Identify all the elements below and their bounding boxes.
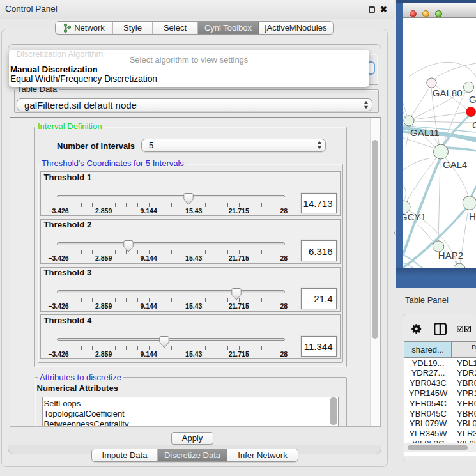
svg-text:HAP2: HAP2: [438, 250, 463, 261]
svg-text:HX: HX: [469, 211, 476, 222]
svg-text:GAL80: GAL80: [433, 88, 463, 98]
svg-text:GCY1: GCY1: [403, 211, 426, 222]
svg-text:GA: GA: [469, 94, 476, 105]
svg-text:GAL4: GAL4: [443, 159, 467, 170]
svg-text:GAL11: GAL11: [410, 127, 440, 138]
svg-text:CY: CY: [472, 119, 476, 130]
